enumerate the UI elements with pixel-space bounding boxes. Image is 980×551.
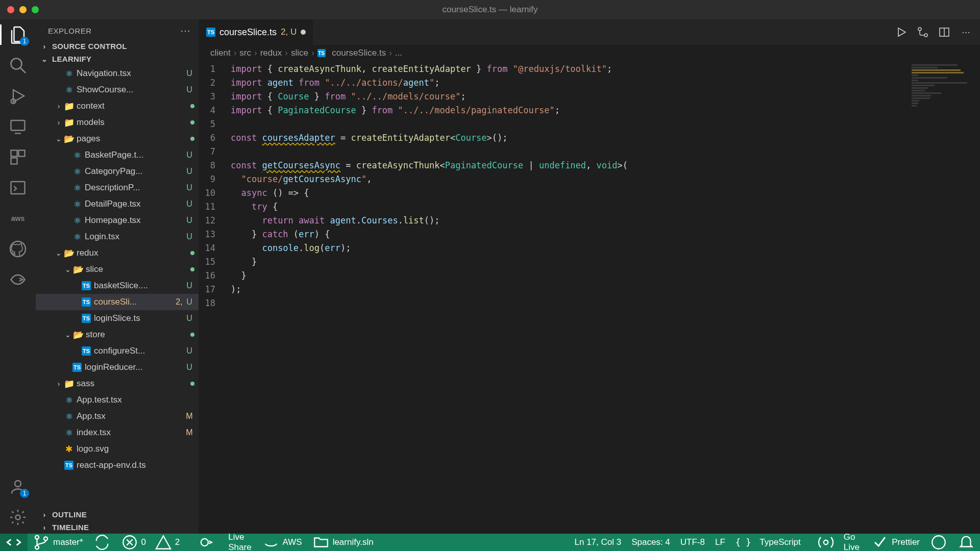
indentation[interactable]: Spaces: 4 <box>626 534 675 551</box>
more-actions-button[interactable]: ⋯ <box>960 26 972 38</box>
breadcrumbs: client› src› redux› slice› TS courseSlic… <box>199 45 980 61</box>
chevron-down-icon: ⌄ <box>54 135 63 143</box>
tree-folder-slice[interactable]: ⌄📂slice <box>36 261 199 278</box>
eol[interactable]: LF <box>710 534 730 551</box>
prettier-button[interactable]: Prettier <box>866 534 925 551</box>
section-source-control[interactable]: › SOURCE CONTROL <box>36 40 199 53</box>
tree-file-loginreducer[interactable]: TSloginReducer...U <box>36 359 199 375</box>
aws-activity[interactable]: aws <box>9 209 27 228</box>
tree-file-basketslice[interactable]: TSbasketSlice....U <box>36 278 199 294</box>
sync-button[interactable] <box>88 534 116 551</box>
git-status: U <box>184 183 194 192</box>
tab-courseslice[interactable]: TS courseSlice.ts 2, U <box>199 19 313 45</box>
tree-file-navigation[interactable]: ⚛Navigation.tsxU <box>36 65 199 82</box>
accounts-activity[interactable]: 1 <box>9 478 27 496</box>
tree-file-apptsx[interactable]: ⚛App.tsxM <box>36 408 199 424</box>
breadcrumb-src[interactable]: src <box>239 48 251 58</box>
section-timeline[interactable]: › TIMELINE <box>36 521 199 534</box>
liveshare-button[interactable]: Live Share <box>185 534 257 551</box>
section-project[interactable]: ⌄ LEARNIFY <box>36 53 199 65</box>
search-activity[interactable] <box>9 56 27 74</box>
encoding[interactable]: UTF-8 <box>675 534 710 551</box>
tree-folder-context[interactable]: ›📁context <box>36 98 199 114</box>
explorer-activity[interactable]: 1 <box>9 26 27 44</box>
golive-button[interactable]: Go Live <box>806 534 867 551</box>
git-status-dot <box>190 251 194 255</box>
remote-indicator[interactable] <box>0 534 28 551</box>
tree-file-homepage[interactable]: ⚛Homepage.tsxU <box>36 212 199 229</box>
react-icon: ⚛ <box>71 149 83 161</box>
split-editor-button[interactable] <box>938 26 950 38</box>
breadcrumb-slice[interactable]: slice <box>291 48 308 58</box>
react-icon: ⚛ <box>71 231 83 242</box>
code-content[interactable]: import { createAsyncThunk, createEntityA… <box>231 61 909 534</box>
file-tree[interactable]: ⚛Navigation.tsxU ⚛ShowCourse...U ›📁conte… <box>36 65 199 508</box>
tree-file-showcourses[interactable]: ⚛ShowCourse...U <box>36 82 199 98</box>
section-outline[interactable]: › OUTLINE <box>36 508 199 521</box>
feedback-button[interactable] <box>925 534 952 551</box>
sidebar-header: EXPLORER ⋯ <box>36 19 199 40</box>
breadcrumb-file[interactable]: TS courseSlice.ts <box>317 48 386 58</box>
run-button[interactable] <box>895 26 908 38</box>
chevron-right-icon: › <box>54 380 63 388</box>
chevron-right-icon: › <box>54 118 63 127</box>
problems-indicator[interactable]: 0 2 <box>116 534 185 551</box>
tree-file-detailpage[interactable]: ⚛DetailPage.tsxU <box>36 196 199 212</box>
notifications-button[interactable] <box>952 534 980 551</box>
extensions-icon <box>9 148 27 166</box>
liveshare-activity[interactable] <box>9 270 27 289</box>
git-status: U <box>184 346 194 356</box>
tree-file-configurestore[interactable]: TSconfigureSt...U <box>36 343 199 359</box>
tree-folder-redux[interactable]: ⌄📂redux <box>36 245 199 261</box>
tree-file-indextsx[interactable]: ⚛index.tsxM <box>36 424 199 441</box>
minimize-window-button[interactable] <box>19 6 27 13</box>
cursor-position[interactable]: Ln 17, Col 3 <box>570 534 627 551</box>
tree-file-logosvg[interactable]: ✱logo.svg <box>36 441 199 457</box>
breadcrumb-client[interactable]: client <box>210 48 231 58</box>
tree-folder-store[interactable]: ⌄📂store <box>36 327 199 343</box>
minimap[interactable] <box>909 61 980 534</box>
chevron-down-icon: ⌄ <box>54 249 63 257</box>
git-status: U <box>184 216 194 225</box>
window-title: courseSlice.ts — learnify <box>442 5 537 15</box>
solution-button[interactable]: learnify.sln <box>307 534 379 551</box>
svg-rect-3 <box>11 120 25 131</box>
git-branch[interactable]: master* <box>28 534 88 551</box>
tab-badge: 2, U <box>281 27 297 37</box>
breadcrumb-redux[interactable]: redux <box>260 48 282 58</box>
typescript-icon: TS <box>81 296 92 308</box>
settings-activity[interactable] <box>9 508 27 527</box>
github-activity[interactable] <box>9 240 27 258</box>
tree-file-basketpage[interactable]: ⚛BasketPage.t...U <box>36 147 199 163</box>
git-status: M <box>184 412 194 421</box>
svg-point-18 <box>44 537 47 540</box>
language-mode[interactable]: { } TypeScript <box>730 534 806 551</box>
maximize-window-button[interactable] <box>32 6 39 13</box>
code-editor[interactable]: 123456789101112131415161718 import { cre… <box>199 61 980 534</box>
tree-folder-pages[interactable]: ⌄📂pages <box>36 131 199 147</box>
tree-file-descriptionpage[interactable]: ⚛DescriptionP...U <box>36 180 199 196</box>
tree-file-login[interactable]: ⚛Login.tsxU <box>36 229 199 245</box>
close-window-button[interactable] <box>7 6 14 13</box>
extensions-activity[interactable] <box>9 148 27 166</box>
folder-open-icon: 📂 <box>72 329 84 340</box>
breadcrumb-ellipsis[interactable]: ... <box>395 48 402 58</box>
compare-button[interactable] <box>917 26 929 38</box>
tree-file-apptest[interactable]: ⚛App.test.tsx <box>36 392 199 408</box>
git-status-dot <box>190 137 194 141</box>
svg-point-12 <box>918 28 921 31</box>
tree-folder-models[interactable]: ›📁models <box>36 114 199 131</box>
tree-file-reactappenv[interactable]: TSreact-app-env.d.ts <box>36 457 199 473</box>
tree-file-loginslice[interactable]: TSloginSlice.tsU <box>36 310 199 327</box>
terminal-activity[interactable] <box>9 179 27 197</box>
sidebar-more-button[interactable]: ⋯ <box>180 24 191 37</box>
git-status-dot <box>190 333 194 337</box>
tree-file-courseslice[interactable]: TScourseSli...2,U <box>36 294 199 310</box>
debug-activity[interactable] <box>9 87 27 105</box>
aws-button[interactable]: AWS <box>257 534 307 551</box>
diff-icon <box>917 26 929 38</box>
tree-folder-sass[interactable]: ›📁sass <box>36 375 199 392</box>
sidebar-title: EXPLORER <box>48 27 92 35</box>
remote-activity[interactable] <box>9 117 27 136</box>
tree-file-categorypage[interactable]: ⚛CategoryPag...U <box>36 163 199 180</box>
